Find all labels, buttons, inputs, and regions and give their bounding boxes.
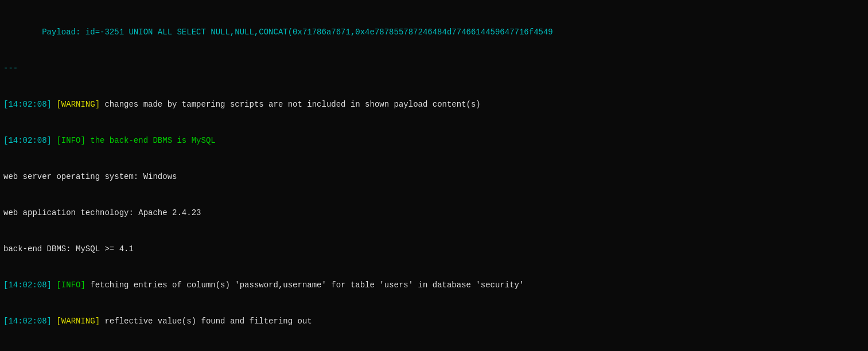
os-line: web server operating system: Windows [3, 171, 865, 183]
payload-line: Payload: id=-3251 UNION ALL SELECT NULL,… [3, 26, 865, 38]
dbms-line: back-end DBMS: MySQL >= 4.1 [3, 243, 865, 255]
separator-line: --- [3, 63, 865, 75]
info-line-1: [14:02:08] [INFO] the back-end DBMS is M… [3, 135, 865, 147]
warning-line-1: [14:02:08] [WARNING] changes made by tam… [3, 99, 865, 111]
info-line-2: [14:02:08] [INFO] fetching entries of co… [3, 279, 865, 291]
tech-line: web application technology: Apache 2.4.2… [3, 207, 865, 219]
warning-line-2: [14:02:08] [WARNING] reflective value(s)… [3, 315, 865, 327]
terminal-output: Payload: id=-3251 UNION ALL SELECT NULL,… [3, 2, 865, 351]
